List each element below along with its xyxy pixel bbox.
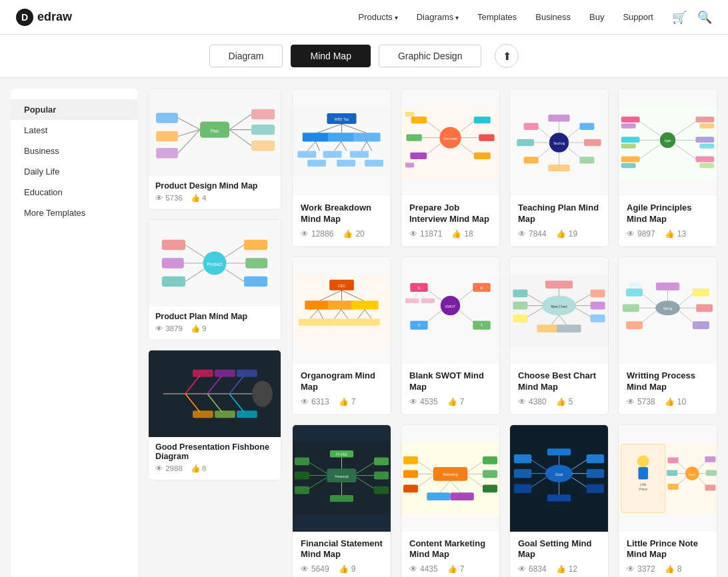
likes: 👍 5	[556, 397, 573, 406]
likes-fishbone: 👍 8	[191, 464, 207, 473]
svg-text:Interview: Interview	[443, 137, 457, 141]
svg-rect-132	[328, 300, 355, 309]
views: 👁 6313	[301, 397, 329, 406]
svg-rect-60	[323, 151, 342, 157]
sidebar-item-daily-life[interactable]: Daily Life	[11, 161, 137, 182]
svg-text:FY 2023: FY 2023	[336, 453, 347, 456]
card-stats-work-breakdown: 👁 12886 👍 20	[301, 229, 383, 239]
card-body-little-prince: Little Prince Note Mind Map 👁 3372 👍 8	[619, 532, 717, 577]
upload-button[interactable]: ⬆	[495, 44, 519, 68]
card-content-marketing[interactable]: Marketing	[401, 424, 500, 577]
card-writing-process[interactable]: Writing	[618, 257, 717, 415]
card-title-little-prince: Little Prince Note Mind Map	[627, 538, 709, 561]
card-product-design[interactable]: Plan Product De	[148, 89, 281, 210]
brand-logo[interactable]: D edraw	[16, 9, 72, 26]
nav-buy[interactable]: Buy	[589, 12, 604, 22]
card-swot[interactable]: SWOT S W O T	[401, 257, 500, 415]
likes-product-design: 👍 4	[191, 193, 207, 203]
thumb-content-marketing: Marketing	[401, 425, 499, 532]
sidebar-item-business[interactable]: Business	[11, 141, 137, 161]
views: 👁 5738	[627, 397, 655, 406]
thumb-goal-setting: Goal	[510, 425, 608, 532]
svg-rect-109	[621, 123, 636, 128]
svg-rect-272	[668, 457, 679, 463]
card-thumb-product-plan: Product	[149, 220, 281, 306]
likes: 👍 18	[451, 229, 473, 239]
card-product-plan[interactable]: Product Product Plan Mind Map	[148, 219, 281, 340]
thumb-swot: SWOT S W O T	[401, 257, 499, 364]
tab-graphic-design[interactable]: Graphic Design	[379, 45, 482, 67]
sidebar-item-education[interactable]: Education	[11, 182, 137, 203]
tab-diagram[interactable]: Diagram	[209, 45, 283, 67]
thumb-job-interview: Interview	[401, 89, 499, 196]
card-body-work-breakdown: Work Breakdown Mind Map 👁 12886 👍 20	[293, 196, 391, 247]
svg-rect-248	[514, 454, 531, 463]
svg-rect-82	[405, 112, 414, 117]
card-job-interview[interactable]: Interview	[401, 89, 500, 247]
svg-rect-262	[547, 494, 571, 501]
card-agile-principles[interactable]: Agile	[618, 89, 717, 247]
card-title-fishbone: Good Presentation Fishbone Diagram	[155, 442, 274, 461]
svg-rect-123	[695, 157, 714, 163]
thumb-writing-process: Writing	[619, 257, 717, 364]
likes: 👍 13	[665, 229, 686, 239]
card-teaching-plan[interactable]: Teaching	[509, 89, 609, 247]
card-thumb-fishbone	[149, 350, 281, 437]
search-icon[interactable]: 🔍	[697, 10, 712, 25]
tab-bar: Diagram Mind Map Graphic Design ⬆	[0, 35, 728, 78]
card-work-breakdown[interactable]: WBS Top	[292, 89, 391, 247]
card-body-product-design: Product Design Mind Map 👁 5736 👍 4	[149, 176, 281, 209]
svg-rect-237	[483, 470, 497, 478]
tab-mindmap[interactable]: Mind Map	[291, 45, 370, 67]
svg-rect-202	[693, 321, 709, 329]
card-stats-fishbone: 👁 2988 👍 8	[155, 464, 274, 473]
svg-text:W: W	[480, 285, 483, 289]
svg-text:Product: Product	[207, 262, 223, 267]
nav-diagrams[interactable]: Diagrams	[417, 12, 459, 22]
nav-products[interactable]: Products	[359, 12, 398, 22]
svg-text:Prince: Prince	[639, 488, 648, 491]
card-goal-setting[interactable]: Goal	[509, 424, 609, 577]
svg-rect-108	[621, 117, 640, 123]
svg-rect-72	[406, 135, 422, 141]
sidebar-item-popular[interactable]: Popular	[11, 99, 137, 120]
card-body-job-interview: Prepare Job Interview Mind Map 👁 11871 👍…	[401, 196, 499, 247]
nav-support[interactable]: Support	[623, 12, 653, 22]
thumb-best-chart: Best Chart	[510, 257, 608, 364]
sidebar-item-latest[interactable]: Latest	[11, 120, 137, 141]
svg-rect-97	[579, 123, 594, 130]
card-organogram[interactable]: CEO	[292, 257, 391, 415]
svg-rect-56	[297, 151, 316, 157]
nav-templates[interactable]: Templates	[477, 12, 517, 22]
likes: 👍 9	[339, 564, 356, 574]
nav-business[interactable]: Business	[535, 12, 571, 22]
svg-rect-44	[237, 410, 257, 418]
likes: 👍 20	[343, 229, 364, 239]
svg-text:O: O	[417, 323, 420, 327]
card-stats-job-interview: 👁 11871 👍 18	[409, 229, 491, 239]
card-title-writing-process: Writting Process Mind Map	[627, 370, 709, 393]
card-best-chart[interactable]: Best Chart	[509, 257, 609, 415]
brand-name: edraw	[37, 10, 72, 24]
card-title-product-plan: Product Plan Mind Map	[155, 312, 274, 321]
svg-rect-229	[403, 456, 418, 464]
card-financial-statement[interactable]: Financial FY 2	[292, 424, 391, 577]
thumb-organogram: CEO	[293, 257, 391, 364]
card-body-writing-process: Writting Process Mind Map 👁 5738 👍 10	[619, 364, 717, 414]
sidebar-item-more-templates[interactable]: More Templates	[11, 203, 137, 223]
svg-text:Agile: Agile	[665, 139, 671, 143]
cart-icon[interactable]: 🛒	[672, 10, 687, 25]
svg-rect-280	[706, 470, 717, 476]
template-grid: WBS Top	[292, 89, 717, 577]
card-title-organogram: Organogram Mind Map	[301, 370, 383, 393]
svg-rect-93	[524, 157, 539, 163]
svg-rect-209	[295, 457, 309, 465]
card-body-best-chart: Choose Best Chart Mind Map 👁 4380 👍 5	[510, 364, 608, 414]
views: 👁 4380	[518, 397, 547, 406]
card-fishbone[interactable]: Good Presentation Fishbone Diagram 👁 298…	[148, 350, 281, 480]
svg-text:Little: Little	[640, 483, 647, 486]
svg-rect-29	[244, 277, 267, 287]
card-little-prince[interactable]: Little Prince Notes	[618, 424, 717, 577]
svg-rect-219	[374, 486, 389, 494]
svg-rect-175	[591, 289, 605, 297]
